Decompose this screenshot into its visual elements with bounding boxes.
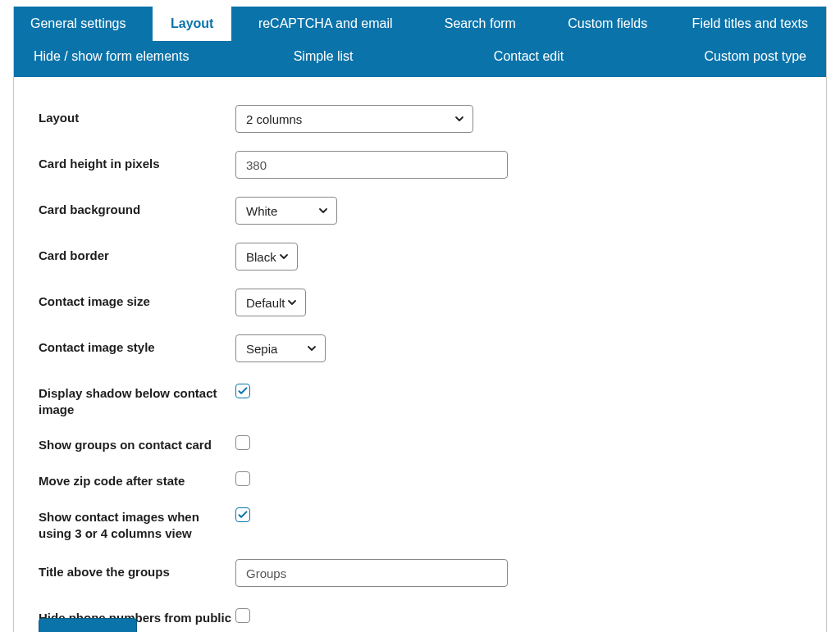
select-layout[interactable]: 2 columns <box>235 105 473 133</box>
tab-recaptcha-email[interactable]: reCAPTCHA and email <box>240 7 411 41</box>
row-groups-title: Title above the groups <box>39 559 801 587</box>
tab-simple-list[interactable]: Simple list <box>274 41 373 72</box>
tabs-row-primary: General settings Layout reCAPTCHA and em… <box>14 7 826 41</box>
select-contact-image-size-value: Default <box>246 296 285 310</box>
label-card-background: Card background <box>39 197 235 218</box>
label-layout: Layout <box>39 105 235 126</box>
select-card-background[interactable]: White <box>235 197 337 225</box>
label-card-height: Card height in pixels <box>39 151 235 172</box>
tab-custom-fields[interactable]: Custom fields <box>550 7 665 41</box>
row-card-background: Card background White <box>39 197 801 225</box>
row-display-shadow: Display shadow below contact image <box>39 380 801 417</box>
tab-general-settings[interactable]: General settings <box>14 7 144 41</box>
checkbox-show-images-34[interactable] <box>235 507 250 522</box>
page: General settings Layout reCAPTCHA and em… <box>0 0 840 632</box>
checkbox-move-zip[interactable] <box>235 471 250 486</box>
row-contact-image-style: Contact image style Sepia <box>39 334 801 362</box>
select-contact-image-style-value: Sepia <box>246 342 277 356</box>
tab-layout[interactable]: Layout <box>153 7 231 41</box>
settings-panel: General settings Layout reCAPTCHA and em… <box>13 7 827 632</box>
input-card-height[interactable] <box>235 151 508 179</box>
chevron-down-icon <box>286 297 298 308</box>
chevron-down-icon <box>278 251 290 262</box>
row-card-height: Card height in pixels <box>39 151 801 179</box>
select-card-border[interactable]: Black <box>235 243 298 271</box>
tab-custom-post-type[interactable]: Custom post type <box>685 41 827 72</box>
input-groups-title[interactable] <box>235 559 508 587</box>
tabs-row-secondary: Hide / show form elements Simple list Co… <box>14 41 826 77</box>
checkbox-hide-phone[interactable] <box>235 608 250 623</box>
row-show-groups: Show groups on contact card <box>39 432 801 453</box>
row-hide-phone: Hide phone numbers from public card <box>39 605 801 632</box>
tabs-bar: General settings Layout reCAPTCHA and em… <box>14 7 826 77</box>
chevron-down-icon <box>306 343 317 354</box>
select-contact-image-size[interactable]: Default <box>235 289 306 316</box>
tab-contact-edit[interactable]: Contact edit <box>474 41 583 72</box>
row-layout: Layout 2 columns <box>39 105 801 133</box>
select-contact-image-style[interactable]: Sepia <box>235 334 326 362</box>
tab-field-titles-texts[interactable]: Field titles and texts <box>674 7 826 41</box>
label-contact-image-style: Contact image style <box>39 334 235 356</box>
chevron-down-icon <box>317 205 329 216</box>
chevron-down-icon <box>454 113 465 125</box>
label-move-zip: Move zip code after state <box>39 468 235 489</box>
tab-hide-show-form-elements[interactable]: Hide / show form elements <box>14 41 208 72</box>
label-show-groups: Show groups on contact card <box>39 432 235 453</box>
checkbox-show-groups[interactable] <box>235 435 250 450</box>
settings-content: Layout 2 columns Card height in pixels <box>14 77 826 632</box>
label-groups-title: Title above the groups <box>39 559 235 580</box>
label-contact-image-size: Contact image size <box>39 289 235 310</box>
select-layout-value: 2 columns <box>246 112 302 126</box>
save-button[interactable] <box>39 618 137 632</box>
row-show-images-34: Show contact images when using 3 or 4 co… <box>39 504 801 541</box>
label-card-border: Card border <box>39 243 235 264</box>
tab-search-form[interactable]: Search form <box>427 7 534 41</box>
row-contact-image-size: Contact image size Default <box>39 289 801 316</box>
checkbox-display-shadow[interactable] <box>235 384 250 398</box>
select-card-background-value: White <box>246 204 277 218</box>
label-display-shadow: Display shadow below contact image <box>39 380 235 417</box>
row-move-zip: Move zip code after state <box>39 468 801 489</box>
select-card-border-value: Black <box>246 250 276 264</box>
label-show-images-34: Show contact images when using 3 or 4 co… <box>39 504 235 541</box>
row-card-border: Card border Black <box>39 243 801 271</box>
